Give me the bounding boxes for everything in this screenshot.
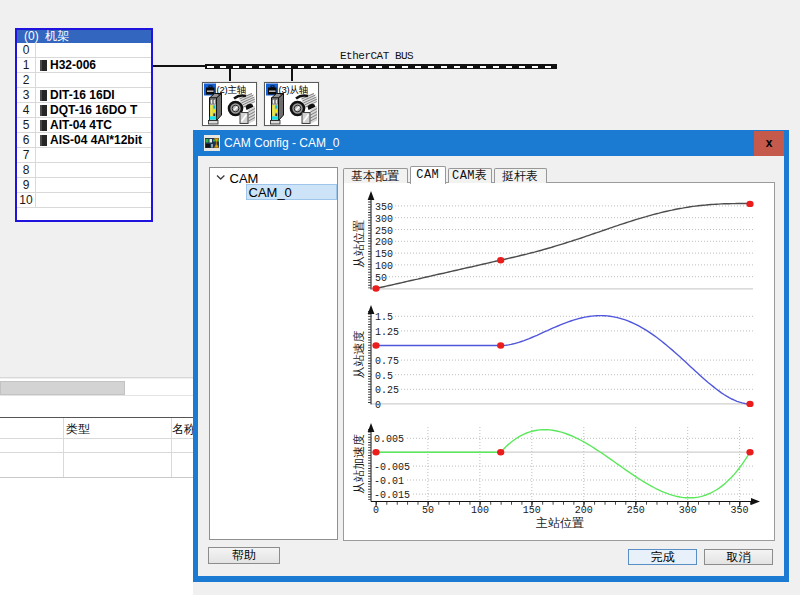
svg-text:250: 250 (375, 226, 393, 237)
svg-text:从站速度: 从站速度 (352, 331, 366, 379)
svg-text:300: 300 (375, 214, 393, 225)
svg-text:50: 50 (422, 505, 434, 516)
svg-text:1.25: 1.25 (375, 327, 399, 338)
svg-text:0.75: 0.75 (375, 356, 399, 367)
svg-text:350: 350 (731, 505, 749, 516)
svg-text:100: 100 (375, 261, 393, 272)
svg-text:0.005: 0.005 (374, 434, 404, 445)
svg-text:350: 350 (375, 202, 393, 213)
svg-text:100: 100 (471, 505, 489, 516)
svg-text:150: 150 (523, 505, 541, 516)
svg-text:1.5: 1.5 (375, 312, 393, 323)
svg-text:-0.015: -0.015 (374, 490, 410, 501)
svg-text:200: 200 (575, 505, 593, 516)
svg-text:从站位置: 从站位置 (352, 220, 366, 268)
svg-text:150: 150 (375, 249, 393, 260)
svg-text:从站加速度: 从站加速度 (352, 434, 366, 494)
svg-text:250: 250 (627, 505, 645, 516)
svg-text:主站位置: 主站位置 (536, 516, 584, 530)
svg-text:300: 300 (679, 505, 697, 516)
svg-text:200: 200 (375, 237, 393, 248)
svg-text:-0.005: -0.005 (374, 462, 410, 473)
svg-text:50: 50 (375, 273, 387, 284)
svg-text:0.5: 0.5 (375, 371, 393, 382)
svg-text:0.25: 0.25 (375, 385, 399, 396)
svg-text:0: 0 (373, 505, 379, 516)
svg-text:-0.01: -0.01 (374, 476, 404, 487)
svg-text:0: 0 (375, 400, 381, 411)
